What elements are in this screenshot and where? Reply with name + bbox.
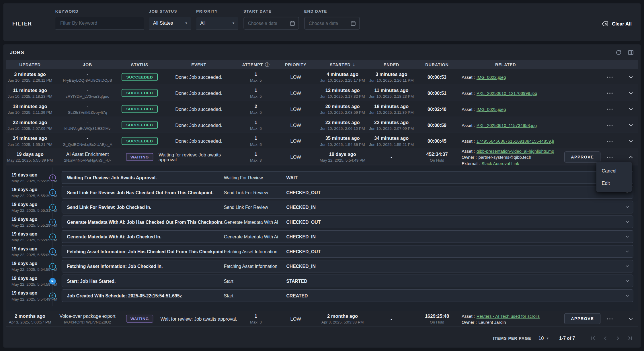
- chevron-down-icon[interactable]: [621, 278, 633, 284]
- table-columns-button[interactable]: [628, 49, 634, 56]
- chevron-down-icon[interactable]: [621, 249, 633, 254]
- column-header-event[interactable]: EVENT: [159, 62, 239, 67]
- chevron-down-icon[interactable]: [621, 264, 633, 269]
- attempt-max: Max: 3: [250, 158, 262, 163]
- ended-cell: 18 minutes ago Jun 10, 2025, 2:11:39 PM: [366, 101, 417, 117]
- timeline-event-bar[interactable]: Fetching Asset Information: Job Checked …: [62, 260, 633, 272]
- timeline-event-bar[interactable]: Generate Matedata With Ai: Job Has Check…: [62, 215, 633, 228]
- status-cell: WAITING: [121, 149, 159, 165]
- expand-chevron-icon[interactable]: [628, 138, 634, 144]
- approve-button[interactable]: APPROVE: [564, 152, 600, 163]
- calendar-icon[interactable]: [289, 20, 295, 26]
- timeline-state-icon: [49, 204, 56, 210]
- chevron-down-icon[interactable]: [621, 204, 633, 210]
- attempt-count: 1: [255, 313, 257, 319]
- filter-title: FILTER: [12, 21, 32, 27]
- related-external-link[interactable]: Slack Approval Link: [481, 161, 519, 165]
- column-header-updated[interactable]: UPDATED: [6, 62, 54, 67]
- job-status-select[interactable]: All States ▾: [149, 17, 191, 30]
- related-asset-link[interactable]: Reuters - AI Tech used for scrolls: [477, 313, 540, 318]
- first-page-button[interactable]: [588, 333, 598, 343]
- timeline-event-bar[interactable]: Job Created With Schedule: 2025-05-22t15…: [62, 289, 633, 302]
- more-actions-button[interactable]: [606, 153, 614, 161]
- expand-chevron-icon[interactable]: [628, 154, 634, 160]
- calendar-icon[interactable]: [350, 20, 356, 26]
- timeline-event-bar[interactable]: Generate Matedata With Ai: Job Checked I…: [62, 230, 633, 243]
- more-actions-button[interactable]: [606, 315, 614, 322]
- column-header-ended[interactable]: ENDED: [366, 62, 417, 67]
- job-row[interactable]: 3 minutes ago Jun 10, 2025, 2:26:11 PM -…: [6, 69, 638, 85]
- related-asset-link[interactable]: IMG_0025.jpeg: [477, 107, 506, 111]
- page-size-select[interactable]: 10 ▾: [538, 336, 549, 341]
- started-cell: 2 months ago Apr 3, 2025, 5:03:38 PM: [319, 311, 366, 327]
- related-cell: Asset :PXL_20250610_115734958.jpg: [458, 117, 554, 133]
- job-row[interactable]: 34 minutes ago Jun 10, 2025, 1:55:21 PM …: [6, 133, 638, 149]
- more-actions-button[interactable]: [606, 89, 614, 97]
- column-header-started[interactable]: STARTED ↓: [319, 62, 366, 67]
- expand-chevron-icon[interactable]: [628, 122, 634, 128]
- approve-button[interactable]: APPROVE: [564, 313, 600, 324]
- refresh-button[interactable]: [615, 49, 622, 56]
- chevron-down-icon[interactable]: [621, 293, 633, 299]
- previous-page-button[interactable]: [600, 333, 610, 343]
- expand-chevron-icon[interactable]: [628, 315, 634, 322]
- related-owner-value[interactable]: Laurent Jardin: [478, 319, 506, 324]
- started-relative: 4 minutes ago: [327, 71, 358, 77]
- timeline-event-bar[interactable]: Fetching Asset Information: Job Has Chec…: [62, 245, 633, 258]
- timeline-state: CHECKED_IN: [286, 234, 621, 239]
- timeline-event-bar[interactable]: Send Link For Review: Job Has Checked Ou…: [62, 186, 633, 199]
- column-header-status[interactable]: STATUS: [121, 62, 159, 67]
- related-asset-link[interactable]: IMG_0022.jpeg: [477, 75, 506, 80]
- job-id: 2NxrM4NbVPuHgAnSi_-U-: [64, 158, 111, 163]
- job-row[interactable]: 2 months ago Apr 3, 2025, 5:03:57 PM Voi…: [6, 311, 638, 327]
- attempt-max: Max: 5: [250, 110, 262, 115]
- chevron-down-icon[interactable]: [621, 219, 633, 225]
- keyword-input[interactable]: [55, 17, 144, 30]
- job-row[interactable]: 19 days ago May 22, 2025, 5:55:39 PM AI …: [6, 149, 638, 311]
- keyword-label: KEYWORD: [55, 9, 144, 14]
- timeline-event-bar[interactable]: Send Link For Review: Job Checked In. Se…: [62, 201, 633, 213]
- more-actions-button[interactable]: [606, 137, 614, 145]
- timeline-event-bar[interactable]: Waiting For Review: Job Awaits Approval.…: [62, 171, 633, 184]
- more-actions-button[interactable]: [606, 73, 614, 81]
- start-date-input[interactable]: Choose a date: [243, 17, 299, 30]
- end-date-input[interactable]: Choose a date: [304, 17, 360, 30]
- job-row[interactable]: 18 minutes ago Jun 10, 2025, 2:11:39 PM …: [6, 101, 638, 117]
- job-row[interactable]: 11 minutes ago Jun 10, 2025, 2:18:23 PM …: [6, 85, 638, 101]
- updated-absolute: Jun 10, 2025, 2:11:39 PM: [8, 110, 52, 115]
- more-actions-button[interactable]: [606, 121, 614, 129]
- event-cell: Done: Job succeeded.: [159, 133, 239, 149]
- next-page-button[interactable]: [613, 333, 622, 343]
- timeline-event-bar[interactable]: Start: Job Has Started. Start STARTED: [62, 274, 633, 287]
- related-label: Asset :: [462, 123, 475, 128]
- last-page-button[interactable]: [625, 333, 635, 343]
- expand-chevron-icon[interactable]: [628, 90, 634, 96]
- expand-chevron-icon[interactable]: [628, 106, 634, 112]
- related-asset-link[interactable]: 1749556456867615169188415544859.jpg: [477, 139, 554, 144]
- expand-chevron-icon[interactable]: [628, 74, 634, 80]
- priority-select[interactable]: All ▾: [196, 17, 238, 30]
- status-badge: SUCCEEDED: [122, 137, 158, 145]
- timeline-checkpoint: Send Link For Review: [224, 205, 286, 209]
- actions-cell: APPROVE: [554, 311, 638, 327]
- column-header-job[interactable]: JOB: [54, 62, 121, 67]
- menu-item-edit[interactable]: Edit: [596, 177, 632, 189]
- related-asset-link[interactable]: qibb-presentation-video_ai-highlights.mp…: [477, 149, 554, 154]
- timeline-message: Fetching Asset Information: Job Checked …: [67, 264, 224, 268]
- related-asset-link[interactable]: PXL_20250610_115734958.jpg: [477, 123, 537, 128]
- column-header-duration[interactable]: DURATION: [416, 62, 457, 67]
- column-header-attempt[interactable]: ATTEMPT i: [239, 62, 273, 67]
- job-row[interactable]: 22 minutes ago Jun 10, 2025, 2:07:09 PM …: [6, 117, 638, 133]
- related-owner-value[interactable]: partner-systems@qibb.tech: [478, 155, 531, 160]
- menu-item-cancel[interactable]: Cancel: [596, 164, 632, 177]
- more-actions-button[interactable]: [606, 105, 614, 113]
- related-cell: Asset :IMG_0022.jpeg: [458, 69, 554, 85]
- duration-value: 00:00:53: [428, 74, 446, 80]
- column-header-related[interactable]: RELATED: [458, 62, 554, 67]
- column-header-priority[interactable]: PRIORITY: [273, 62, 319, 67]
- duration-value: 00:02:40: [428, 106, 446, 112]
- clear-all-button[interactable]: Clear All: [601, 20, 632, 28]
- sort-desc-icon[interactable]: ↓: [353, 62, 355, 67]
- chevron-down-icon[interactable]: [621, 234, 633, 239]
- related-asset-link[interactable]: PXL_20250610_121703999.jpg: [477, 91, 537, 96]
